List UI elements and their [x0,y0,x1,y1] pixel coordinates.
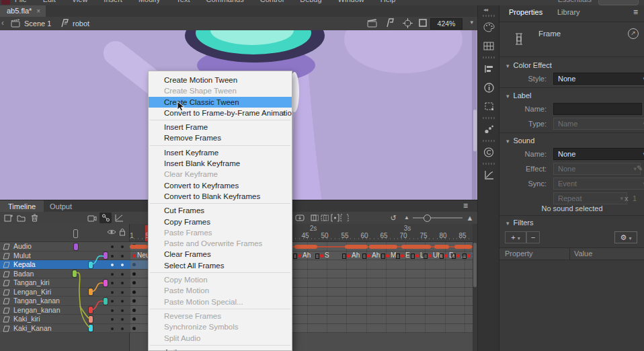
loop-playback-icon[interactable]: ↺ [387,212,399,223]
layer-row[interactable]: Lengan_kanan [0,306,130,315]
section-sound[interactable]: ▾Sound [506,136,534,145]
context-menu-item[interactable]: Cut Frames [149,205,292,216]
layer-name[interactable]: Kepala [13,260,36,269]
layer-lock-dot[interactable] [121,318,124,321]
context-menu-item[interactable]: Insert Frame [149,122,292,132]
timeline-vertical-scrollbar[interactable] [473,224,477,351]
section-filters[interactable]: ▾Filters [506,219,533,227]
repeat-count-value[interactable]: 1 [633,194,637,202]
zoom-dropdown-caret-icon[interactable]: ▾ [470,19,473,26]
menubar-item[interactable]: Help [380,0,396,5]
add-filter-button[interactable]: + ▾ [505,231,526,243]
visibility-column-eye-icon[interactable] [107,229,116,235]
context-menu-item[interactable]: Reverse Frames [149,311,292,321]
layer-parenting-marker[interactable] [104,298,108,305]
layer-visibility-dot[interactable] [111,291,114,294]
tab-output[interactable]: Output [42,200,80,212]
layer-parenting-marker[interactable] [89,325,93,332]
new-layer-button[interactable] [2,212,14,223]
sound-sync-dropdown[interactable]: Event▾ [553,178,644,190]
breadcrumb-symbol[interactable]: robot [73,17,89,30]
layer-visibility-dot[interactable] [111,300,114,303]
transform-panel-icon[interactable] [481,98,497,114]
context-menu-item[interactable]: Copy Motion [149,274,292,285]
center-frame-button[interactable] [294,212,306,223]
search-input[interactable] [598,0,639,5]
back-icon[interactable]: ‹ [1,18,4,28]
dock-grip[interactable] [483,15,495,17]
layer-row[interactable]: Kaki_kiri [0,315,130,324]
layer-row[interactable]: Badan [0,270,130,279]
layer-lock-dot[interactable] [121,291,124,294]
motion-editor-panel-icon[interactable] [481,167,497,183]
dock-grip[interactable] [483,117,495,119]
info-panel-icon[interactable] [481,79,497,95]
edit-sound-envelope-pencil-icon[interactable]: ✎ [637,164,643,173]
timeline-zoom-slider[interactable] [413,217,462,219]
layer-name[interactable]: Kaki_kiri [13,315,40,323]
style-dropdown[interactable]: None▾ [553,73,644,85]
context-menu-item[interactable]: Paste and Overwrite Frames [149,238,292,249]
context-menu-item[interactable]: Insert Blank Keyframe [149,158,292,169]
layer-parenting-marker[interactable] [73,270,77,277]
layer-name[interactable]: Audio [13,242,32,251]
layer-lock-dot[interactable] [121,309,124,312]
layer-row[interactable]: Tangan_kiri [0,278,130,288]
context-menu-item[interactable]: Convert to Keyframes [149,180,292,191]
menubar-item[interactable]: Window [338,0,364,5]
context-menu-item[interactable]: Convert to Blank Keyframes [149,191,292,202]
menubar-item[interactable]: Commands [206,0,243,5]
camera-button[interactable] [86,212,98,223]
section-label[interactable]: ▾Label [506,91,531,100]
layer-lock-dot[interactable] [121,273,124,276]
layer-visibility-dot[interactable] [111,245,114,248]
sound-name-dropdown[interactable]: None▾ [553,148,644,160]
context-menu-item[interactable]: Clear Frames [149,249,292,260]
dock-grip[interactable] [483,163,495,165]
layer-parenting-marker[interactable] [89,288,93,295]
layer-name[interactable]: Mulut [13,251,31,260]
menubar-item[interactable]: Insert [104,0,122,5]
layer-visibility-dot[interactable] [111,273,114,276]
delete-layer-button[interactable] [28,212,40,223]
layer-parenting-marker[interactable] [74,243,78,250]
layer-lock-dot[interactable] [121,264,124,266]
timeline-zoom-slider-thumb[interactable] [424,214,431,222]
timeline-panel-menu-icon[interactable]: ≡ [463,201,468,210]
layer-parenting-marker[interactable] [104,280,108,286]
layer-visibility-dot[interactable] [111,282,114,284]
layer-parenting-marker[interactable] [89,307,93,313]
stage-vertical-scrollbar-thumb[interactable] [473,110,477,151]
menubar-item[interactable]: File [15,0,27,5]
layer-row[interactable]: Lengan_Kiri [0,288,130,297]
menubar-item[interactable]: View [72,0,88,5]
layer-row[interactable]: Tangan_kanan [0,297,130,306]
context-menu-item[interactable]: Create Motion Tween [149,75,292,85]
layer-visibility-dot[interactable] [111,309,114,312]
layer-parenting-button[interactable] [99,212,112,223]
swatches-panel-icon[interactable] [481,38,497,54]
layer-name[interactable]: Badan [13,270,34,278]
context-menu-item[interactable]: Copy Frames [149,217,292,227]
menubar-item[interactable]: Modify [138,0,160,5]
show-keyframes-graph-button[interactable] [113,212,125,223]
context-menu-item[interactable]: Remove Frames [149,132,292,143]
zoom-level-input[interactable]: 424% [430,18,462,30]
context-menu-item[interactable]: Clear Keyframe [149,169,292,180]
layer-lock-dot[interactable] [121,255,124,258]
menubar-item[interactable]: Edit [43,0,56,5]
sound-repeat-dropdown[interactable]: Repeat▾ [553,192,627,204]
context-menu-item[interactable]: Paste Motion [149,285,292,296]
tab-library[interactable]: Library [557,8,580,16]
section-color-effect[interactable]: ▾Color Effect [506,61,552,69]
document-tab[interactable]: ab5.fla*× [0,5,46,17]
context-menu-item[interactable]: Insert Keyframe [149,147,292,158]
layer-parenting-marker[interactable] [104,252,108,259]
layer-name[interactable]: Lengan_kanan [13,306,61,315]
menubar-item[interactable]: Control [260,0,284,5]
context-menu-item[interactable]: Select All Frames [149,260,292,271]
layer-name[interactable]: Kaki_Kanan [13,324,52,333]
help-icon[interactable]: ↗ [628,28,639,39]
layer-lock-dot[interactable] [121,245,124,248]
cc-libraries-panel-icon[interactable] [481,144,497,160]
